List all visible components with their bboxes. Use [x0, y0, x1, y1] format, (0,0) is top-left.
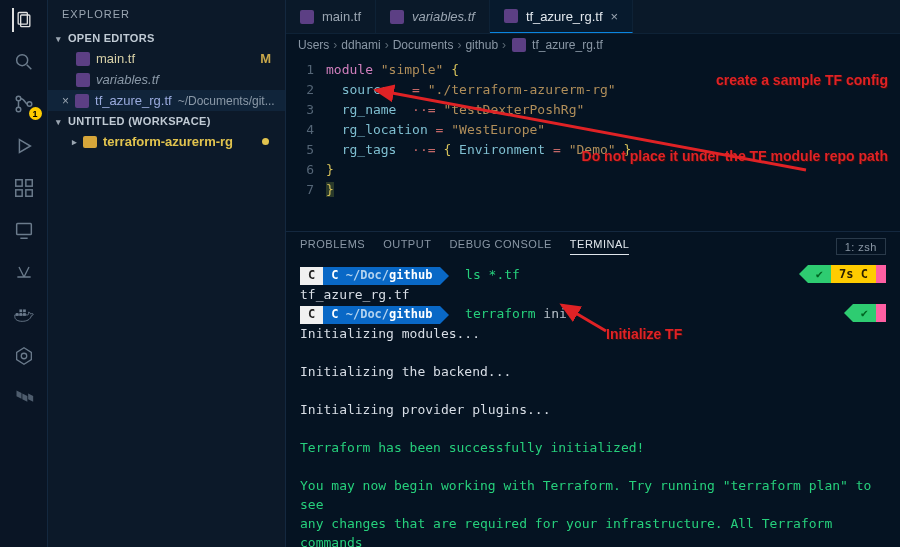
- file-icon: [76, 52, 90, 66]
- tab-tfazurerg[interactable]: tf_azure_rg.tf ×: [490, 0, 633, 33]
- svg-marker-7: [19, 140, 30, 153]
- file-icon: [390, 10, 404, 24]
- svg-rect-10: [15, 190, 21, 196]
- explorer-icon[interactable]: [12, 8, 36, 32]
- terminal-output: [300, 343, 886, 362]
- terminal-picker[interactable]: 1: zsh: [836, 238, 886, 255]
- tab-main[interactable]: main.tf: [286, 0, 376, 33]
- extensions-icon[interactable]: [12, 176, 36, 200]
- status-pill: ✔ 7s C: [799, 265, 886, 283]
- azure-icon[interactable]: [12, 260, 36, 284]
- folder-terraform-azurerm-rg[interactable]: ▸ terraform-azurerm-rg: [48, 131, 285, 152]
- terminal-output: Terraform has been successfully initiali…: [300, 438, 886, 457]
- terminal[interactable]: C C ~/Doc/github ls *.tf ✔ 7s C tf_azure…: [286, 261, 900, 547]
- shell-prompt: C C ~/Doc/github: [300, 306, 449, 324]
- open-editor-variables[interactable]: variables.tf: [48, 69, 285, 90]
- terminal-output: You may now begin working with Terraform…: [300, 476, 886, 514]
- close-icon[interactable]: ×: [611, 9, 619, 24]
- docker-icon[interactable]: [12, 302, 36, 326]
- open-editors-header[interactable]: OPEN EDITORS: [48, 28, 285, 48]
- chevron-right-icon: ▸: [72, 137, 77, 147]
- svg-rect-9: [25, 180, 31, 186]
- folder-icon: [83, 136, 97, 148]
- terminal-command: ls *.tf: [457, 267, 520, 282]
- svg-point-5: [16, 107, 21, 112]
- panel-tab-problems[interactable]: PROBLEMS: [300, 238, 365, 255]
- svg-point-20: [21, 353, 27, 359]
- line-gutter: 1234567: [286, 60, 326, 227]
- source-control-icon[interactable]: [12, 92, 36, 116]
- file-icon: [75, 94, 89, 108]
- open-editor-tfazure[interactable]: × tf_azure_rg.tf ~/Documents/git...: [48, 90, 285, 111]
- annotation-create-config: create a sample TF config: [716, 70, 888, 90]
- code-body[interactable]: module "simple" { source = "./terraform-…: [326, 60, 631, 227]
- close-icon[interactable]: ×: [62, 94, 69, 108]
- terminal-output: tf_azure_rg.tf: [300, 285, 886, 304]
- debug-icon[interactable]: [12, 134, 36, 158]
- editor-tabs: main.tf variables.tf tf_azure_rg.tf ×: [286, 0, 900, 34]
- svg-line-3: [26, 65, 31, 70]
- terminal-output: [300, 419, 886, 438]
- chevron-down-icon: [56, 115, 64, 127]
- svg-point-4: [16, 96, 21, 101]
- activity-bar: [0, 0, 48, 547]
- terminal-output: [300, 381, 886, 400]
- shell-prompt: C C ~/Doc/github: [300, 267, 449, 285]
- terminal-output: Initializing the backend...: [300, 362, 886, 381]
- code-editor[interactable]: 1234567 module "simple" { source = "./te…: [286, 56, 900, 231]
- panel-tabs: PROBLEMS OUTPUT DEBUG CONSOLE TERMINAL 1…: [286, 232, 900, 261]
- terminal-output: Initializing provider plugins...: [300, 400, 886, 419]
- svg-rect-11: [25, 190, 31, 196]
- terminal-output: Initializing modules...: [300, 324, 886, 343]
- terminal-output: [300, 457, 886, 476]
- terminal-output: any changes that are required for your i…: [300, 514, 886, 547]
- svg-rect-1: [20, 15, 29, 27]
- bottom-panel: PROBLEMS OUTPUT DEBUG CONSOLE TERMINAL 1…: [286, 231, 900, 547]
- svg-rect-0: [18, 13, 27, 25]
- svg-rect-12: [16, 224, 31, 235]
- panel-tab-debug[interactable]: DEBUG CONSOLE: [449, 238, 551, 255]
- breadcrumb[interactable]: Users› ddhami› Documents› github› tf_azu…: [286, 34, 900, 56]
- panel-tab-terminal[interactable]: TERMINAL: [570, 238, 630, 255]
- terminal-command: terraform init: [457, 306, 574, 321]
- svg-point-2: [16, 55, 27, 66]
- workspace-header[interactable]: UNTITLED (WORKSPACE): [48, 111, 285, 131]
- editor-group: main.tf variables.tf tf_azure_rg.tf × Us…: [286, 0, 900, 547]
- explorer-title: EXPLORER: [48, 0, 285, 28]
- file-icon: [76, 73, 90, 87]
- svg-rect-8: [15, 180, 21, 186]
- svg-marker-19: [16, 348, 31, 365]
- svg-rect-18: [23, 309, 26, 312]
- chevron-down-icon: [56, 32, 64, 44]
- tab-variables[interactable]: variables.tf: [376, 0, 490, 33]
- terraform-icon[interactable]: [12, 386, 36, 410]
- remote-icon[interactable]: [12, 218, 36, 242]
- panel-tab-output[interactable]: OUTPUT: [383, 238, 431, 255]
- dirty-dot-icon: [262, 138, 269, 145]
- status-pill: ✔: [844, 304, 886, 322]
- svg-point-6: [27, 102, 32, 107]
- annotation-init-tf: Initialize TF: [606, 325, 682, 344]
- file-icon: [512, 38, 526, 52]
- annotation-no-module-path: Do not place it under the TF module repo…: [582, 146, 888, 166]
- open-editor-main[interactable]: main.tf M: [48, 48, 285, 69]
- explorer-sidebar: EXPLORER OPEN EDITORS main.tf M variable…: [48, 0, 286, 547]
- file-icon: [504, 9, 518, 23]
- kubernetes-icon[interactable]: [12, 344, 36, 368]
- file-icon: [300, 10, 314, 24]
- search-icon[interactable]: [12, 50, 36, 74]
- svg-rect-17: [19, 309, 22, 312]
